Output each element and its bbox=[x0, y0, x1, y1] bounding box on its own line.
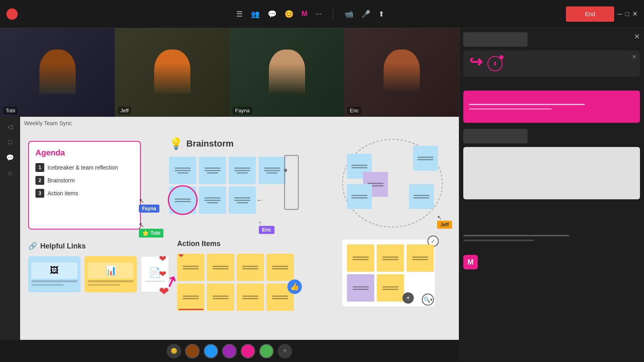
emoji-icon: 😊 bbox=[171, 348, 178, 354]
right-panel-close[interactable]: ✕ bbox=[634, 32, 640, 41]
action-sticky-row-2: 👍 bbox=[177, 283, 294, 311]
end-call-button[interactable]: End bbox=[566, 6, 614, 22]
agenda-item-2: 2 Brainstorm bbox=[35, 176, 134, 185]
emoji-button[interactable]: 😊 bbox=[167, 344, 181, 358]
right-input-1[interactable] bbox=[463, 129, 528, 143]
connector-box bbox=[284, 155, 299, 210]
sidebar-star-icon[interactable]: ☆ bbox=[7, 170, 13, 177]
annotation-area: ↩ ⬆ ✕ bbox=[463, 50, 640, 77]
record-indicator bbox=[6, 8, 18, 20]
main-layout: Tobi Jeff Fayna Eric bbox=[0, 28, 644, 362]
link-thumb-2[interactable]: 📊 bbox=[85, 256, 137, 292]
window-controls-right: End ─ □ ✕ bbox=[566, 6, 638, 22]
link-icon: 🔗 bbox=[28, 242, 37, 250]
right-action-sticky-purple[interactable] bbox=[347, 274, 374, 302]
agenda-title: Agenda bbox=[35, 148, 134, 157]
right-action-sticky[interactable] bbox=[377, 244, 404, 272]
sticky-note[interactable] bbox=[229, 157, 256, 184]
scattered-sticky[interactable] bbox=[413, 146, 438, 171]
avatar-fayna[interactable] bbox=[222, 344, 237, 358]
scattered-sticky[interactable] bbox=[347, 184, 372, 209]
participants-bar: 😊 + bbox=[0, 340, 459, 362]
sidebar-nav-icon[interactable]: ◁ bbox=[8, 123, 12, 130]
heart-icon-large: ❤ bbox=[159, 284, 169, 298]
action-sticky[interactable] bbox=[207, 254, 234, 281]
link-thumbnails: 🖼 📊 bbox=[28, 256, 169, 292]
action-sticky[interactable]: ❤ bbox=[177, 254, 204, 281]
avatar-tobi[interactable] bbox=[185, 344, 200, 358]
right-bottom-lines bbox=[463, 235, 640, 241]
thumbs-up-reaction: 👍 bbox=[287, 279, 302, 294]
mic-icon[interactable]: 🎤 bbox=[361, 10, 370, 19]
canvas-area[interactable]: ◁ □ 💬 ☆ Weekly Team Sync Agenda 1 Icebre… bbox=[0, 117, 459, 362]
action-sticky[interactable] bbox=[237, 283, 264, 311]
hearts-column: ❤ ❤ ❤ bbox=[159, 254, 169, 298]
fayna-cursor-area: ↖ Fayna bbox=[139, 197, 144, 205]
add-participant-button[interactable]: + bbox=[278, 344, 292, 358]
eric-cursor-area: ↑ Eric bbox=[259, 219, 262, 226]
minimize-button[interactable]: ─ bbox=[617, 10, 622, 18]
miro-logo[interactable]: M bbox=[463, 255, 478, 269]
list-icon[interactable]: ☰ bbox=[236, 10, 243, 19]
participant-label-tobi: Tobi bbox=[3, 107, 18, 114]
divider bbox=[333, 8, 333, 20]
right-content-area[interactable] bbox=[463, 147, 640, 199]
helpful-links-title: 🔗 Helpful Links bbox=[28, 242, 169, 250]
avatar-jeff[interactable] bbox=[204, 344, 218, 358]
right-sticky-row-1 bbox=[347, 244, 430, 272]
avatar-user5[interactable] bbox=[259, 344, 274, 358]
sticky-note[interactable]: ← bbox=[229, 186, 256, 214]
share-icon-circle[interactable]: ⬆ bbox=[487, 56, 503, 71]
sticky-underline bbox=[179, 309, 204, 310]
share-screen-icon: ⬆ bbox=[493, 60, 497, 67]
action-items-section: Action Items ❤ ❤ ❤ ❤ bbox=[177, 240, 294, 311]
annotation-close-button[interactable]: ✕ bbox=[632, 54, 637, 60]
right-action-sticky[interactable] bbox=[347, 244, 374, 272]
right-action-sticky[interactable] bbox=[407, 244, 434, 272]
sticky-note[interactable] bbox=[258, 157, 286, 184]
agenda-text-1: Icebreaker & team reflection bbox=[47, 164, 118, 171]
participant-fayna bbox=[229, 28, 344, 117]
action-sticky[interactable] bbox=[177, 283, 204, 311]
sticky-note[interactable] bbox=[199, 157, 226, 184]
avatar-eric[interactable] bbox=[241, 344, 255, 358]
zoom-icon[interactable]: 🔍+ bbox=[422, 294, 434, 306]
right-action-sticky[interactable] bbox=[377, 274, 404, 302]
right-search-input[interactable] bbox=[463, 32, 528, 47]
bulb-icon: 💡 bbox=[169, 137, 183, 150]
meeting-title: Weekly Team Sync bbox=[24, 120, 72, 126]
cursor-label-tobi: ⭐ Tobi bbox=[139, 229, 163, 238]
video-thumb-jeff: Jeff bbox=[115, 28, 229, 117]
right-sticky-row-2: 🔍+ + bbox=[347, 274, 430, 302]
meeting-icon[interactable]: M bbox=[301, 10, 308, 18]
more-icon[interactable]: ··· bbox=[316, 10, 322, 18]
link-thumb-1[interactable]: 🖼 bbox=[28, 256, 80, 292]
sidebar-select-icon[interactable]: □ bbox=[8, 139, 12, 146]
video-thumb-tobi: Tobi bbox=[0, 28, 115, 117]
video-thumb-fayna: Fayna bbox=[229, 28, 344, 117]
video-icon[interactable]: 📹 bbox=[345, 10, 353, 19]
window-controls-left bbox=[6, 8, 55, 20]
emoji-reaction-icon[interactable]: 😊 bbox=[285, 10, 293, 19]
action-sticky[interactable] bbox=[266, 254, 294, 281]
agenda-num-1: 1 bbox=[35, 163, 44, 172]
sticky-note[interactable] bbox=[169, 157, 196, 184]
sidebar-comment-icon[interactable]: 💬 bbox=[6, 154, 14, 161]
people-icon[interactable]: 👥 bbox=[251, 10, 260, 19]
chat-icon[interactable]: 💬 bbox=[268, 10, 277, 19]
maximize-button[interactable]: □ bbox=[625, 10, 629, 18]
action-sticky[interactable] bbox=[207, 283, 234, 311]
sticky-note[interactable] bbox=[199, 186, 226, 214]
scattered-sticky[interactable] bbox=[409, 184, 434, 209]
agenda-item-1: 1 Icebreaker & team reflection bbox=[35, 163, 134, 172]
add-sticky-button[interactable]: + bbox=[402, 292, 414, 304]
close-window-button[interactable]: ✕ bbox=[632, 10, 638, 18]
action-items-title: Action Items bbox=[177, 240, 294, 248]
action-sticky[interactable] bbox=[237, 254, 264, 281]
bottom-line-2 bbox=[463, 240, 534, 241]
share-screen-icon[interactable]: ⬆ bbox=[378, 10, 384, 19]
participant-eric bbox=[344, 28, 459, 117]
sticky-note-circle[interactable] bbox=[169, 186, 196, 214]
tobi-cursor-area: ↖ ⭐ Tobi bbox=[139, 221, 144, 229]
participant-tobi bbox=[0, 28, 115, 117]
